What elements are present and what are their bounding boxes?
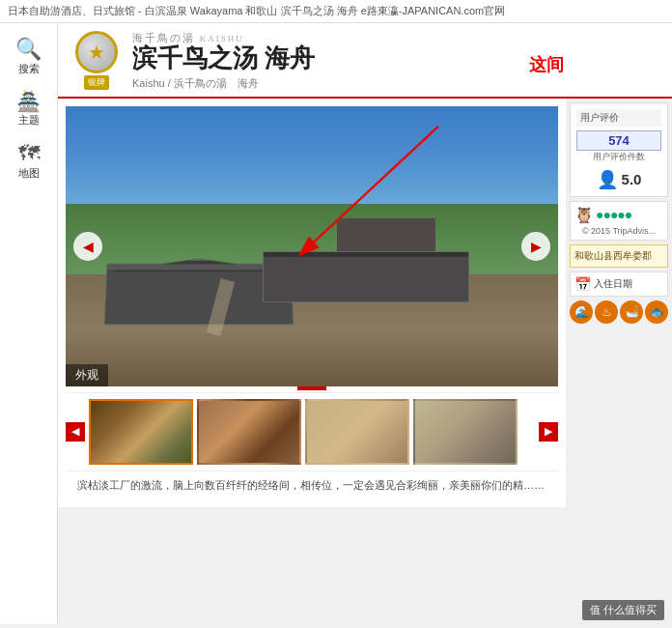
prev-photo-button[interactable]: ◀ <box>73 232 102 261</box>
sidebar-label-map: 地图 <box>18 166 40 181</box>
content-area: ◀ ▶ 外观 ◀ <box>58 99 672 508</box>
map-icon: 🗺 <box>18 143 40 164</box>
rating-score: 5.0 <box>622 171 642 187</box>
indicator-bar <box>297 386 326 390</box>
building-small <box>337 218 435 252</box>
sidebar-label-search: 搜索 <box>18 62 40 76</box>
thumbnail-3[interactable] <box>305 399 409 465</box>
sidebar-label-theme: 主题 <box>18 113 40 128</box>
sidebar-item-search[interactable]: 🔍 搜索 <box>0 33 57 82</box>
main-photo: ◀ ▶ 外观 <box>66 106 558 386</box>
right-sidebar: 用户评价 574 用户评价件数 👤 5.0 🦉 ●●●●● © 2015 Tri… <box>566 99 672 508</box>
user-avatar-row: 👤 5.0 <box>576 169 661 190</box>
thumbnail-1[interactable] <box>89 399 193 465</box>
location-box: 和歌山县西牟娄郡 <box>570 244 668 268</box>
photo-label: 外观 <box>66 364 108 386</box>
medal-circle: ★ <box>75 31 118 73</box>
hotel-logo-small: 海千鳥の湯 KAISHU <box>132 31 631 45</box>
theme-icon: 🏯 <box>16 92 41 111</box>
checkin-icon: 📅 <box>574 276 591 292</box>
tripadvisor-box: 🦉 ●●●●● © 2015 TripAdvis... <box>570 201 668 241</box>
thumbnails-row: ◀ ▶ <box>66 392 558 471</box>
roof-right <box>264 252 468 257</box>
watermark: 值 什么值得买 <box>582 600 664 620</box>
rating-count-label: 用户评价件数 <box>576 151 661 163</box>
medal-ribbon-label: 银牌 <box>84 75 109 90</box>
medal-star-icon: ★ <box>88 41 105 64</box>
photo-section: ◀ ▶ 外观 ◀ <box>58 99 566 508</box>
breadcrumb: 日本自助游酒店、日式旅馆 - 白滨温泉 Wakayama 和歌山 滨千鸟之汤 海… <box>0 0 672 23</box>
sidebar-item-map[interactable]: 🗺 地图 <box>0 137 57 186</box>
checkin-box[interactable]: 📅 入住日期 <box>570 271 668 297</box>
ta-year-text: © 2015 TripAdvis... <box>574 226 663 236</box>
search-icon: 🔍 <box>15 39 42 60</box>
building-right <box>263 251 469 301</box>
medal-badge: ★ 银牌 <box>70 31 123 90</box>
sidebar: 🔍 搜索 🏯 主题 🗺 地图 <box>0 23 58 624</box>
hotel-header: ★ 银牌 海千鳥の湯 KAISHU 滨千鸟之汤 海舟 Kaishu / 浜千鳥の… <box>58 23 672 99</box>
ta-header: 🦉 ●●●●● <box>574 206 663 224</box>
user-icon: 👤 <box>597 169 618 190</box>
rating-count: 574 <box>576 130 661 151</box>
user-rating-box: 用户评价 574 用户评价件数 👤 5.0 <box>570 102 668 197</box>
thumbnail-4[interactable] <box>413 399 518 465</box>
hotel-subtitle: Kaishu / 浜千鳥の湯 海舟 <box>132 76 631 91</box>
ta-owl-icon: 🦉 <box>574 206 594 224</box>
next-photo-button[interactable]: ▶ <box>521 232 550 261</box>
checkin-label: 入住日期 <box>594 277 632 291</box>
ta-circles: ●●●●● <box>596 207 631 222</box>
aerial-background <box>66 106 558 386</box>
amenity-icon-1: 🌊 <box>570 300 593 324</box>
amenities-row: 🌊 ♨ 🛁 🐟 <box>570 300 668 324</box>
amenity-icon-3: 🛁 <box>620 300 643 324</box>
sidebar-item-theme[interactable]: 🏯 主题 <box>0 86 57 133</box>
amenity-icon-2: ♨ <box>595 300 618 324</box>
annotation-text: 这间 <box>529 53 564 76</box>
rating-title: 用户评价 <box>576 109 661 127</box>
main-content: ★ 银牌 海千鳥の湯 KAISHU 滨千鸟之汤 海舟 Kaishu / 浜千鳥の… <box>58 23 672 624</box>
thumbnail-2[interactable] <box>197 399 301 465</box>
thumb-next-button[interactable]: ▶ <box>539 422 558 442</box>
thumb-prev-button[interactable]: ◀ <box>66 422 85 442</box>
amenity-icon-4: 🐟 <box>645 300 668 324</box>
description-text: 滨枯淡工厂的激流，脑上向数百纤纤的经络间，相传位，一定会遇见合彩绚丽，亲美丽你们… <box>66 471 558 500</box>
